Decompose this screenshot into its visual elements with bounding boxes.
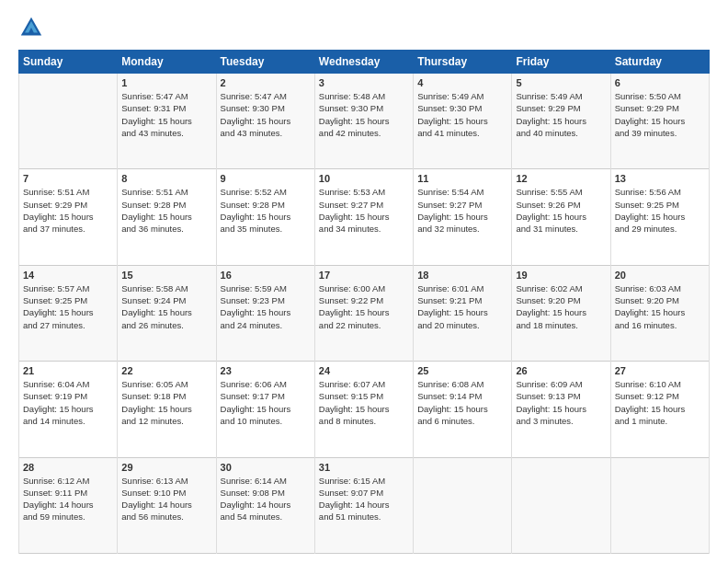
calendar-table: SundayMondayTuesdayWednesdayThursdayFrid…: [18, 50, 710, 554]
day-info: Sunrise: 5:57 AM Sunset: 9:25 PM Dayligh…: [23, 282, 113, 331]
logo: [18, 15, 48, 40]
day-number: 20: [615, 270, 705, 281]
calendar-cell: 8Sunrise: 5:51 AM Sunset: 9:28 PM Daylig…: [118, 169, 216, 265]
day-number: 2: [221, 77, 311, 88]
page: SundayMondayTuesdayWednesdayThursdayFrid…: [0, 0, 728, 563]
calendar-cell: 22Sunrise: 6:05 AM Sunset: 9:18 PM Dayli…: [118, 362, 216, 457]
calendar-cell: 21Sunrise: 6:04 AM Sunset: 9:19 PM Dayli…: [19, 362, 118, 457]
day-info: Sunrise: 6:07 AM Sunset: 9:15 PM Dayligh…: [319, 378, 409, 427]
calendar-cell: 16Sunrise: 5:59 AM Sunset: 9:23 PM Dayli…: [216, 265, 314, 361]
day-number: 8: [121, 173, 211, 184]
day-info: Sunrise: 5:55 AM Sunset: 9:26 PM Dayligh…: [516, 186, 606, 235]
calendar-cell: 18Sunrise: 6:01 AM Sunset: 9:21 PM Dayli…: [414, 265, 512, 361]
calendar-week-row: 7Sunrise: 5:51 AM Sunset: 9:29 PM Daylig…: [19, 169, 710, 265]
day-number: 11: [417, 173, 507, 184]
day-number: 7: [23, 173, 113, 184]
day-number: 28: [23, 462, 113, 473]
day-number: 10: [319, 173, 409, 184]
calendar-cell: 9Sunrise: 5:52 AM Sunset: 9:28 PM Daylig…: [216, 169, 314, 265]
day-info: Sunrise: 5:52 AM Sunset: 9:28 PM Dayligh…: [221, 186, 311, 235]
day-info: Sunrise: 6:06 AM Sunset: 9:17 PM Dayligh…: [221, 378, 311, 427]
day-info: Sunrise: 6:00 AM Sunset: 9:22 PM Dayligh…: [319, 282, 409, 331]
calendar-cell: [19, 74, 118, 169]
day-number: 16: [221, 270, 311, 281]
calendar-cell: 24Sunrise: 6:07 AM Sunset: 9:15 PM Dayli…: [314, 362, 413, 457]
day-number: 5: [516, 77, 606, 88]
calendar-cell: [414, 457, 512, 553]
calendar-cell: 20Sunrise: 6:03 AM Sunset: 9:20 PM Dayli…: [610, 265, 709, 361]
day-number: 4: [417, 77, 507, 88]
calendar-cell: 11Sunrise: 5:54 AM Sunset: 9:27 PM Dayli…: [414, 169, 512, 265]
calendar-cell: 5Sunrise: 5:49 AM Sunset: 9:29 PM Daylig…: [512, 74, 610, 169]
calendar-header-row: SundayMondayTuesdayWednesdayThursdayFrid…: [19, 51, 710, 74]
day-number: 14: [23, 270, 113, 281]
weekday-header-sunday: Sunday: [19, 51, 118, 74]
day-number: 21: [23, 365, 113, 376]
header: [18, 15, 710, 40]
calendar-cell: 15Sunrise: 5:58 AM Sunset: 9:24 PM Dayli…: [118, 265, 216, 361]
calendar-cell: 6Sunrise: 5:50 AM Sunset: 9:29 PM Daylig…: [610, 74, 709, 169]
logo-icon: [18, 15, 44, 40]
weekday-header-saturday: Saturday: [610, 51, 709, 74]
day-number: 19: [516, 270, 606, 281]
calendar-cell: 7Sunrise: 5:51 AM Sunset: 9:29 PM Daylig…: [19, 169, 118, 265]
day-number: 26: [516, 365, 606, 376]
day-info: Sunrise: 5:47 AM Sunset: 9:30 PM Dayligh…: [221, 90, 311, 139]
day-info: Sunrise: 6:02 AM Sunset: 9:20 PM Dayligh…: [516, 282, 606, 331]
day-info: Sunrise: 5:47 AM Sunset: 9:31 PM Dayligh…: [121, 90, 211, 139]
day-number: 15: [121, 270, 211, 281]
calendar-cell: [610, 457, 709, 553]
weekday-header-thursday: Thursday: [414, 51, 512, 74]
calendar-cell: 30Sunrise: 6:14 AM Sunset: 9:08 PM Dayli…: [216, 457, 314, 553]
calendar-cell: 2Sunrise: 5:47 AM Sunset: 9:30 PM Daylig…: [216, 74, 314, 169]
calendar-cell: 29Sunrise: 6:13 AM Sunset: 9:10 PM Dayli…: [118, 457, 216, 553]
calendar-week-row: 14Sunrise: 5:57 AM Sunset: 9:25 PM Dayli…: [19, 265, 710, 361]
calendar-cell: 19Sunrise: 6:02 AM Sunset: 9:20 PM Dayli…: [512, 265, 610, 361]
calendar-cell: 10Sunrise: 5:53 AM Sunset: 9:27 PM Dayli…: [314, 169, 413, 265]
day-info: Sunrise: 6:14 AM Sunset: 9:08 PM Dayligh…: [221, 475, 311, 523]
day-number: 9: [221, 173, 311, 184]
calendar-cell: 28Sunrise: 6:12 AM Sunset: 9:11 PM Dayli…: [19, 457, 118, 553]
day-info: Sunrise: 5:59 AM Sunset: 9:23 PM Dayligh…: [221, 282, 311, 331]
calendar-week-row: 1Sunrise: 5:47 AM Sunset: 9:31 PM Daylig…: [19, 74, 710, 169]
calendar-week-row: 21Sunrise: 6:04 AM Sunset: 9:19 PM Dayli…: [19, 362, 710, 457]
day-info: Sunrise: 5:53 AM Sunset: 9:27 PM Dayligh…: [319, 186, 409, 235]
day-number: 22: [121, 365, 211, 376]
calendar-cell: 3Sunrise: 5:48 AM Sunset: 9:30 PM Daylig…: [314, 74, 413, 169]
day-info: Sunrise: 5:56 AM Sunset: 9:25 PM Dayligh…: [615, 186, 705, 235]
calendar-cell: 1Sunrise: 5:47 AM Sunset: 9:31 PM Daylig…: [118, 74, 216, 169]
calendar-week-row: 28Sunrise: 6:12 AM Sunset: 9:11 PM Dayli…: [19, 457, 710, 553]
calendar-cell: [512, 457, 610, 553]
calendar-cell: 13Sunrise: 5:56 AM Sunset: 9:25 PM Dayli…: [610, 169, 709, 265]
day-number: 29: [121, 462, 211, 473]
day-info: Sunrise: 5:58 AM Sunset: 9:24 PM Dayligh…: [121, 282, 211, 331]
calendar-cell: 23Sunrise: 6:06 AM Sunset: 9:17 PM Dayli…: [216, 362, 314, 457]
day-info: Sunrise: 6:04 AM Sunset: 9:19 PM Dayligh…: [23, 378, 113, 427]
calendar-cell: 27Sunrise: 6:10 AM Sunset: 9:12 PM Dayli…: [610, 362, 709, 457]
weekday-header-tuesday: Tuesday: [216, 51, 314, 74]
day-number: 25: [417, 365, 507, 376]
day-info: Sunrise: 5:50 AM Sunset: 9:29 PM Dayligh…: [615, 90, 705, 139]
day-number: 13: [615, 173, 705, 184]
day-info: Sunrise: 6:10 AM Sunset: 9:12 PM Dayligh…: [615, 378, 705, 427]
day-info: Sunrise: 5:51 AM Sunset: 9:29 PM Dayligh…: [23, 186, 113, 235]
day-info: Sunrise: 6:13 AM Sunset: 9:10 PM Dayligh…: [121, 475, 211, 523]
calendar-cell: 4Sunrise: 5:49 AM Sunset: 9:30 PM Daylig…: [414, 74, 512, 169]
calendar-cell: 14Sunrise: 5:57 AM Sunset: 9:25 PM Dayli…: [19, 265, 118, 361]
day-info: Sunrise: 5:49 AM Sunset: 9:30 PM Dayligh…: [417, 90, 507, 139]
day-info: Sunrise: 6:03 AM Sunset: 9:20 PM Dayligh…: [615, 282, 705, 331]
day-info: Sunrise: 5:54 AM Sunset: 9:27 PM Dayligh…: [417, 186, 507, 235]
day-number: 3: [319, 77, 409, 88]
day-info: Sunrise: 5:48 AM Sunset: 9:30 PM Dayligh…: [319, 90, 409, 139]
day-number: 30: [221, 462, 311, 473]
calendar-cell: 31Sunrise: 6:15 AM Sunset: 9:07 PM Dayli…: [314, 457, 413, 553]
weekday-header-monday: Monday: [118, 51, 216, 74]
calendar-cell: 12Sunrise: 5:55 AM Sunset: 9:26 PM Dayli…: [512, 169, 610, 265]
weekday-header-wednesday: Wednesday: [314, 51, 413, 74]
day-number: 17: [319, 270, 409, 281]
day-number: 31: [319, 462, 409, 473]
day-number: 27: [615, 365, 705, 376]
calendar-cell: 25Sunrise: 6:08 AM Sunset: 9:14 PM Dayli…: [414, 362, 512, 457]
calendar-cell: 26Sunrise: 6:09 AM Sunset: 9:13 PM Dayli…: [512, 362, 610, 457]
day-number: 23: [221, 365, 311, 376]
